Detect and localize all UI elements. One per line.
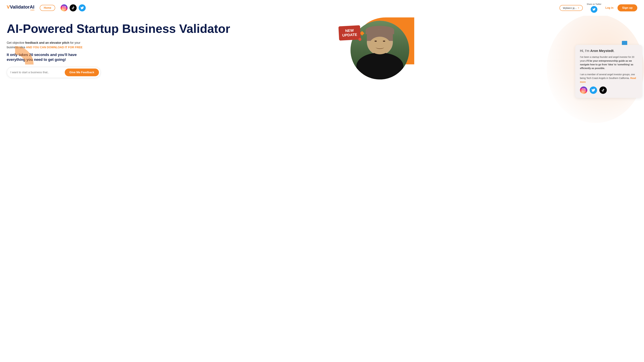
- signup-button[interactable]: Sign up: [618, 4, 637, 11]
- nav-socials: [60, 4, 86, 11]
- business-idea-input[interactable]: [10, 71, 65, 74]
- greeting-text: Hi, I'm: [580, 49, 590, 53]
- lang-label: Wybierz ję...: [563, 6, 576, 9]
- profile-twitter-icon[interactable]: [590, 86, 597, 94]
- bio-part2: I am a member of several angel investor …: [580, 73, 635, 79]
- give-feedback-button[interactable]: Give Me Feedback: [65, 68, 99, 76]
- home-nav-button[interactable]: Home: [40, 5, 55, 11]
- profile-tiktok-icon[interactable]: [600, 86, 607, 94]
- navbar-left: VValidatorAI .com Home: [7, 4, 86, 11]
- badge-body: NEW UPDATE: [338, 25, 361, 40]
- bio-text-1: I've been a startup founder and angel in…: [580, 55, 638, 70]
- subtitle-bold: feedback and an elevator pitch: [25, 41, 69, 44]
- info-card: Hi, I'm Aron Meystedt. I've been a start…: [575, 45, 642, 98]
- profile-name: Aron Meystedt: [590, 49, 614, 53]
- tiktok-icon[interactable]: [70, 4, 77, 11]
- logo-text: VValidatorAI: [7, 5, 34, 9]
- logo[interactable]: VValidatorAI .com: [7, 5, 34, 11]
- share-twitter-area: Share on Twitter: [587, 3, 602, 13]
- profile-instagram-icon[interactable]: [580, 86, 587, 94]
- badge-update: UPDATE: [342, 32, 357, 38]
- login-button[interactable]: Log in: [606, 6, 614, 9]
- bio-text-2: I am a member of several angel investor …: [580, 72, 638, 84]
- language-select[interactable]: Wybierz ję... ▼: [560, 5, 582, 11]
- share-twitter-button[interactable]: [591, 6, 598, 13]
- navbar: VValidatorAI .com Home Wybierz ję... ▼ S…: [0, 0, 644, 16]
- bio-bold: I'll be your entrepreneurship guide as w…: [580, 59, 633, 70]
- feedback-input-row: Give Me Feedback: [7, 67, 100, 78]
- hero-title: AI-Powered Startup Business Validator: [7, 22, 334, 35]
- hero-right: NEW UPDATE ◆: [347, 19, 637, 88]
- navbar-right: Wybierz ję... ▼ Share on Twitter Log in …: [560, 3, 637, 13]
- instagram-icon[interactable]: [60, 4, 68, 11]
- greeting-end: .: [614, 49, 615, 53]
- chevron-down-icon: ▼: [578, 7, 580, 9]
- info-card-socials: [580, 86, 638, 94]
- logo-dotcom: .com: [7, 9, 34, 11]
- hero-left: AI-Powered Startup Business Validator Ge…: [7, 19, 334, 78]
- subtitle-orange: AND YOU CAN DOWNLOAD IT FOR FREE: [26, 46, 82, 49]
- info-card-name: Hi, I'm Aron Meystedt.: [580, 49, 638, 53]
- twitter-nav-icon[interactable]: [79, 4, 86, 11]
- subtitle-text-1: Get objective: [7, 41, 25, 44]
- new-update-badge: NEW UPDATE ◆: [339, 26, 364, 40]
- logo-v: V: [7, 4, 10, 9]
- hero-section: AI-Powered Startup Business Validator Ge…: [0, 16, 644, 136]
- share-twitter-label: Share on Twitter: [587, 3, 602, 5]
